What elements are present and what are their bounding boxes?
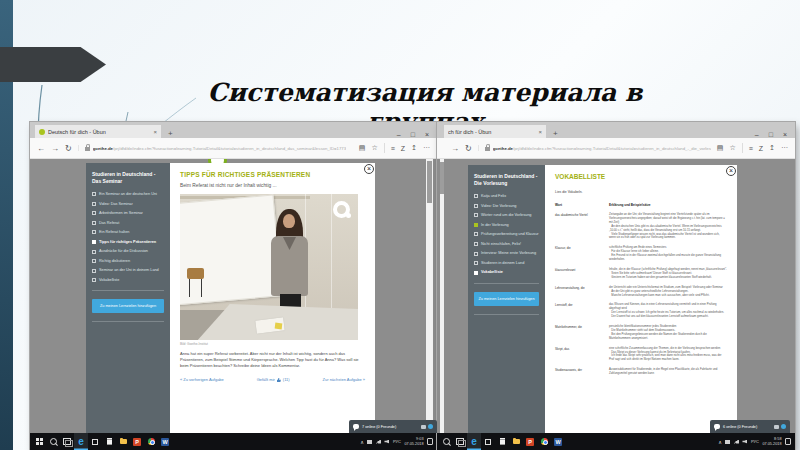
- sidebar-item[interactable]: In der Vorlesung: [474, 223, 539, 228]
- keyboard-language[interactable]: РУС: [751, 439, 759, 444]
- powerpoint-taskbar-button[interactable]: P: [130, 433, 144, 450]
- minimize-button[interactable]: –: [755, 131, 759, 138]
- browser-tab[interactable]: ch für dich - Übun ×: [444, 125, 546, 138]
- page-scrollbar[interactable]: [426, 159, 433, 433]
- clock[interactable]: 8:58 07.05.2018: [762, 437, 781, 446]
- store-taskbar-button[interactable]: [481, 433, 495, 450]
- reading-view-icon[interactable]: ▤: [359, 144, 366, 152]
- search-button[interactable]: [46, 433, 60, 450]
- sidebar-item[interactable]: Ausdrücke für die Diskussion: [92, 249, 164, 254]
- more-icon[interactable]: ⋯: [781, 144, 788, 152]
- chat-settings-icon[interactable]: [781, 424, 786, 429]
- web-note-icon[interactable]: Z: [401, 145, 405, 152]
- prev-task-link[interactable]: « Zu vorherigen Aufgabe: [180, 377, 224, 382]
- forward-button[interactable]: →: [451, 144, 459, 153]
- address-bar[interactable]: goethe.de/prj/dfd/de/index.cfm?fuseactio…: [78, 145, 353, 151]
- network-icon[interactable]: [734, 440, 739, 444]
- sidebar-item[interactable]: Tipps für richtiges Präsentieren: [92, 240, 164, 245]
- chrome-taskbar-button[interactable]: [537, 433, 551, 450]
- chat-settings-icon[interactable]: [428, 424, 433, 429]
- network-icon[interactable]: [376, 440, 381, 444]
- sidebar-item[interactable]: Interview: Meine erste Vorlesung: [474, 251, 539, 256]
- sidebar-item[interactable]: Nicht einschlafen, Felix!: [474, 242, 539, 247]
- new-tab-button[interactable]: +: [553, 129, 558, 138]
- next-task-link[interactable]: Zur nächsten Aufgabe »: [323, 377, 365, 382]
- sidebar-item[interactable]: Seminar an der Uni in deinem Land: [92, 268, 164, 273]
- start-button[interactable]: [32, 433, 46, 450]
- community-chat-bar[interactable]: 6 online (0 Freunde): [710, 420, 790, 433]
- favorites-star-icon[interactable]: ☆: [729, 144, 735, 152]
- share-icon[interactable]: ↥: [411, 144, 417, 152]
- minimize-button[interactable]: –: [397, 131, 401, 138]
- community-chat-bar[interactable]: 7 online (0 Freunde): [349, 420, 437, 433]
- sidebar-item[interactable]: Arbeitsformen im Seminar: [92, 211, 164, 216]
- web-note-icon[interactable]: Z: [759, 145, 763, 152]
- favorites-star-icon[interactable]: ☆: [371, 144, 377, 152]
- tray-expand-icon[interactable]: ∧: [718, 439, 722, 445]
- new-tab-button[interactable]: +: [168, 129, 173, 138]
- action-center-icon[interactable]: [785, 438, 791, 445]
- task-view-button[interactable]: [60, 433, 74, 450]
- sidebar-item[interactable]: Das Referat: [92, 221, 164, 226]
- more-icon[interactable]: ⋯: [423, 144, 430, 152]
- tray-folder-icon[interactable]: [725, 440, 730, 444]
- sidebar-item[interactable]: Prüfungsvorbereitung und Klausur: [474, 232, 539, 237]
- hub-icon[interactable]: ≡: [749, 145, 753, 152]
- sidebar-item[interactable]: Wörter rund um die Vorlesung: [474, 213, 539, 218]
- notes-taskbar-button[interactable]: [495, 433, 509, 450]
- search-button[interactable]: [439, 433, 453, 450]
- tray-folder-icon[interactable]: [367, 440, 372, 444]
- store-taskbar-button[interactable]: [88, 433, 102, 450]
- share-icon[interactable]: ↥: [769, 144, 775, 152]
- volume-icon[interactable]: [384, 440, 389, 444]
- sidebar-item[interactable]: Katja und Felix: [474, 194, 539, 199]
- action-center-icon[interactable]: [427, 438, 433, 445]
- word-taskbar-button[interactable]: W: [158, 433, 172, 450]
- thumbs-up-icon[interactable]: [277, 378, 281, 382]
- sidebar-item[interactable]: Vokabelliste: [474, 270, 539, 275]
- edge-taskbar-button[interactable]: e: [467, 433, 481, 450]
- close-button[interactable]: ×: [425, 131, 429, 138]
- sidebar-item[interactable]: Ein Seminar an der deutschen Uni: [92, 192, 164, 197]
- modal-close-icon[interactable]: ×: [364, 164, 374, 174]
- word-taskbar-button[interactable]: W: [551, 433, 565, 450]
- chat-mini-icon[interactable]: [421, 425, 426, 429]
- explorer-taskbar-button[interactable]: [509, 433, 523, 450]
- notes-taskbar-button[interactable]: [102, 433, 116, 450]
- tab-close-icon[interactable]: ×: [153, 129, 157, 135]
- sidebar-item[interactable]: Studieren in deinem Land: [474, 261, 539, 266]
- refresh-button[interactable]: ↻: [465, 144, 472, 153]
- task-view-button[interactable]: [453, 433, 467, 450]
- chrome-taskbar-button[interactable]: [144, 433, 158, 450]
- back-button[interactable]: ←: [37, 144, 45, 153]
- keyboard-language[interactable]: РУС: [393, 439, 401, 444]
- refresh-button[interactable]: ↻: [65, 144, 72, 153]
- clock[interactable]: 9:03 07.05.2018: [404, 437, 423, 446]
- sidebar-item[interactable]: Ein Referat halten: [92, 230, 164, 235]
- forward-button[interactable]: →: [51, 144, 59, 153]
- tab-close-icon[interactable]: ×: [538, 129, 542, 135]
- reading-view-icon[interactable]: ▤: [717, 144, 724, 152]
- modal-close-icon[interactable]: ×: [726, 166, 736, 176]
- add-to-goals-button[interactable]: Zu meinen Lernzielen hinzufügen: [92, 299, 164, 313]
- add-to-goals-button[interactable]: Zu meinen Lernzielen hinzufügen: [474, 292, 539, 306]
- vocab-explanation: eine schriftliche Zusammenfassung der Th…: [609, 347, 727, 363]
- tray-expand-icon[interactable]: ∧: [360, 439, 364, 445]
- like-link[interactable]: Gefällt mir: [257, 377, 275, 382]
- sidebar-item[interactable]: Richtig diskutieren: [92, 259, 164, 264]
- explorer-taskbar-button[interactable]: [116, 433, 130, 450]
- close-button[interactable]: ×: [783, 131, 787, 138]
- sidebar-item[interactable]: Vokabelliste: [92, 278, 164, 283]
- volume-icon[interactable]: [742, 440, 747, 444]
- powerpoint-taskbar-button[interactable]: P: [523, 433, 537, 450]
- browser-tab[interactable]: Deutsch für dich - Übun ×: [35, 125, 161, 138]
- hub-icon[interactable]: ≡: [391, 145, 395, 152]
- sidebar-item[interactable]: Video: Die Vorlesung: [474, 204, 539, 209]
- maximize-button[interactable]: □: [411, 131, 415, 138]
- sidebar-item[interactable]: Video: Das Seminar: [92, 202, 164, 207]
- maximize-button[interactable]: □: [769, 131, 773, 138]
- address-bar[interactable]: goethe.de/prj/dfd/de/index.cfm?fuseactio…: [478, 145, 711, 151]
- chat-mini-icon[interactable]: [774, 425, 779, 429]
- edge-taskbar-button[interactable]: e: [74, 433, 88, 450]
- scrollbar-thumb[interactable]: [427, 161, 432, 203]
